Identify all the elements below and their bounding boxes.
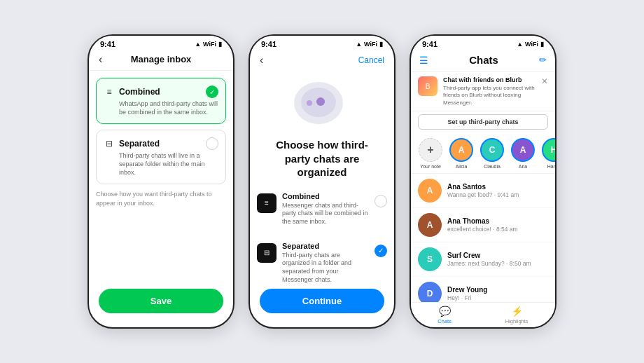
- p2-separated-icon: ⊟: [257, 243, 276, 263]
- story-avatar-ana: A: [511, 138, 535, 162]
- story-han[interactable]: H Han...: [541, 138, 555, 169]
- setup-button[interactable]: Set up third-party chats: [418, 114, 548, 130]
- banner-content: Chat with friends on Blurb Third-party a…: [443, 76, 536, 107]
- chat-msg-3: Hey! · Fri: [447, 294, 548, 301]
- back-button-1[interactable]: ‹: [99, 53, 102, 66]
- p2-combined-title: Combined: [282, 192, 369, 200]
- chat-item-0[interactable]: A Ana Santos Wanna get food? · 9:41 am: [411, 174, 555, 208]
- cancel-button[interactable]: Cancel: [358, 55, 384, 65]
- phone-3: 9:41 ▲ WiFi ▮ ☰ Chats ✏ B Chat with frie…: [410, 34, 556, 329]
- chat-item-2[interactable]: S Surf Crew James: next Sunday? · 8:50 a…: [411, 242, 555, 277]
- chat-banner: B Chat with friends on Blurb Third-party…: [411, 72, 555, 111]
- hint-text: Choose how you want third-party chats to…: [96, 190, 226, 207]
- combined-option[interactable]: ≡ Combined ✓ WhatsApp and third-party ch…: [96, 78, 226, 124]
- chat-info-0: Ana Santos Wanna get food? · 9:41 am: [447, 183, 548, 198]
- combined-icon: ≡: [104, 86, 115, 97]
- signal-icon: ▲: [195, 41, 201, 48]
- signal-icon-3: ▲: [517, 41, 523, 48]
- p2-separated-desc: Third-party chats are organized in a fol…: [282, 252, 369, 285]
- choose-how-title: Choose how third-party chats are organiz…: [250, 138, 394, 179]
- status-bar-2: 9:41 ▲ WiFi ▮: [250, 36, 394, 50]
- story-claudia[interactable]: C Claudia: [479, 138, 505, 169]
- separated-radio: [206, 137, 218, 150]
- chat-item-1[interactable]: A Ana Thomas excellent choice! · 8:54 am: [411, 208, 555, 242]
- chat-info-2: Surf Crew James: next Sunday? · 8:50 am: [447, 252, 548, 267]
- time-2: 9:41: [261, 40, 276, 48]
- manage-inbox-header: ‹ Manage inbox: [89, 50, 233, 71]
- chat-avatar-2: S: [418, 247, 442, 271]
- story-add[interactable]: + Your note: [418, 138, 443, 169]
- story-label-claudia: Claudia: [484, 164, 500, 169]
- chat-name-3: Drew Young: [447, 286, 548, 294]
- wifi-icon-3: WiFi: [525, 41, 538, 48]
- p2-separated-option[interactable]: ⊟ Separated Third-party chats are organi…: [257, 238, 387, 289]
- story-label-alicia: Alicia: [456, 164, 468, 169]
- speech-bubble: [294, 82, 350, 131]
- p2-combined-content: Combined Messenger chats and third-party…: [282, 192, 369, 226]
- story-ana[interactable]: A Ana: [510, 138, 536, 169]
- p2-separated-title: Separated: [282, 242, 369, 250]
- p2-separated-radio: [374, 245, 387, 257]
- banner-desc: Third-party app lets you connect with fr…: [443, 85, 536, 107]
- combined-desc: WhatsApp and third-party chats will be c…: [104, 100, 218, 116]
- banner-icon: B: [418, 76, 438, 96]
- time-3: 9:41: [422, 40, 438, 48]
- chats-nav-icon: 💬: [439, 306, 451, 317]
- battery-icon-3: ▮: [540, 41, 544, 48]
- story-label-0: Your note: [420, 164, 441, 169]
- save-button[interactable]: Save: [99, 289, 223, 313]
- p2-combined-desc: Messenger chats and third-party chats wi…: [282, 202, 369, 226]
- status-icons-2: ▲ WiFi ▮: [356, 41, 383, 48]
- p2-combined-icon: ≡: [257, 193, 276, 213]
- banner-title: Chat with friends on Blurb: [443, 76, 536, 83]
- chat-msg-1: excellent choice! · 8:54 am: [447, 226, 548, 233]
- stories-row: + Your note A Alicia C Claudia A Ana H H…: [411, 134, 555, 174]
- p2-combined-radio: [374, 195, 387, 207]
- chat-name-0: Ana Santos: [447, 183, 548, 191]
- chat-avatar-1: A: [418, 213, 442, 237]
- separated-desc: Third-party chats will live in a separat…: [104, 152, 218, 177]
- chat-msg-2: James: next Sunday? · 8:50 am: [447, 260, 548, 267]
- p2-options-list: ≡ Combined Messenger chats and third-par…: [250, 188, 394, 289]
- story-avatar-alicia: A: [449, 138, 473, 162]
- add-story-avatar: +: [419, 138, 442, 162]
- chat-info-1: Ana Thomas excellent choice! · 8:54 am: [447, 217, 548, 233]
- separated-icon: ⊟: [104, 138, 115, 149]
- choose-how-header: ‹ Cancel: [250, 50, 394, 72]
- speech-bubble-area: [250, 72, 394, 138]
- phone-1: 9:41 ▲ WiFi ▮ ‹ Manage inbox ≡ Combined …: [88, 34, 234, 329]
- story-avatar-claudia: C: [480, 138, 504, 162]
- story-alicia[interactable]: A Alicia: [449, 138, 474, 169]
- story-avatar-han: H: [542, 138, 555, 162]
- separated-title: Separated: [119, 139, 202, 149]
- edit-icon[interactable]: ✏: [539, 55, 547, 65]
- nav-chats[interactable]: 💬 Chats: [438, 306, 451, 324]
- nav-highlights[interactable]: ⚡ Highlights: [505, 306, 528, 324]
- chats-nav-label: Chats: [438, 318, 451, 324]
- banner-close-button[interactable]: ✕: [541, 76, 548, 86]
- chats-title: Chats: [469, 54, 498, 66]
- chat-name-1: Ana Thomas: [447, 217, 548, 225]
- separated-option[interactable]: ⊟ Separated Third-party chats will live …: [96, 130, 226, 184]
- signal-icon-2: ▲: [356, 41, 362, 48]
- continue-button[interactable]: Continue: [260, 289, 384, 313]
- back-button-2[interactable]: ‹: [260, 54, 263, 67]
- manage-inbox-body: ≡ Combined ✓ WhatsApp and third-party ch…: [89, 71, 233, 215]
- main-container: 9:41 ▲ WiFi ▮ ‹ Manage inbox ≡ Combined …: [74, 20, 570, 343]
- story-label-han: Han...: [547, 164, 555, 169]
- highlights-nav-label: Highlights: [505, 318, 528, 324]
- bubble-dot-small: [307, 100, 312, 106]
- menu-icon[interactable]: ☰: [419, 55, 428, 66]
- chat-name-2: Surf Crew: [447, 252, 548, 259]
- p2-combined-option[interactable]: ≡ Combined Messenger chats and third-par…: [257, 188, 387, 231]
- chat-msg-0: Wanna get food? · 9:41 am: [447, 191, 548, 198]
- status-icons-3: ▲ WiFi ▮: [517, 41, 544, 48]
- wifi-icon: WiFi: [203, 41, 216, 48]
- page-title-1: Manage inbox: [131, 54, 192, 64]
- status-bar-1: 9:41 ▲ WiFi ▮: [89, 36, 233, 50]
- combined-check: ✓: [206, 85, 218, 98]
- time-1: 9:41: [100, 40, 115, 48]
- chat-info-3: Drew Young Hey! · Fri: [447, 286, 548, 301]
- combined-title: Combined: [119, 87, 202, 97]
- story-label-ana: Ana: [519, 164, 527, 169]
